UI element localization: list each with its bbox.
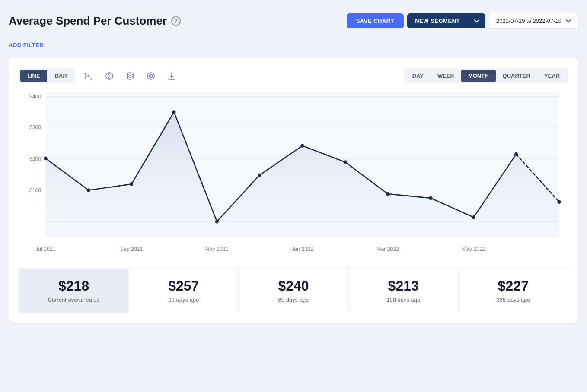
help-icon[interactable]: ? <box>171 16 181 26</box>
svg-point-30 <box>172 110 175 114</box>
stat-current: $218 Current overall value <box>19 269 129 313</box>
stat-30d: $257 30 days ago <box>129 269 239 313</box>
svg-point-32 <box>258 174 261 177</box>
svg-text:May 2022: May 2022 <box>462 246 485 252</box>
stats-row: $218 Current overall value $257 30 days … <box>19 268 568 313</box>
header-left: Average Spend Per Customer ? <box>9 14 181 28</box>
stat-30d-label: 30 days ago <box>137 297 230 303</box>
chart-type-line[interactable]: LINE <box>20 70 47 82</box>
svg-point-39 <box>557 200 561 204</box>
stat-current-value: $218 <box>28 278 120 294</box>
chevron-down-icon[interactable] <box>468 19 485 23</box>
svg-text:$400: $400 <box>29 94 41 100</box>
add-filter-button[interactable]: ADD FILTER <box>9 40 578 50</box>
new-segment-button[interactable]: NEW SEGMENT <box>407 13 485 28</box>
chart-svg: $400 $300 $200 $100 <box>19 92 568 260</box>
svg-point-34 <box>344 160 347 164</box>
chart-area: $400 $300 $200 $100 <box>19 92 568 260</box>
stat-180d-value: $213 <box>357 278 450 294</box>
svg-text:Nov 2021: Nov 2021 <box>206 246 229 252</box>
svg-point-8 <box>127 73 133 75</box>
chart-controls: LINE BAR <box>19 68 568 83</box>
chart-type-bar[interactable]: BAR <box>48 70 74 82</box>
svg-text:$200: $200 <box>29 156 41 162</box>
svg-text:$100: $100 <box>29 187 41 193</box>
svg-text:$300: $300 <box>29 124 41 130</box>
filter-icon-button[interactable] <box>102 70 117 82</box>
stat-60d: $240 60 days ago <box>239 269 348 313</box>
svg-text:Jan 2022: Jan 2022 <box>291 246 313 252</box>
stat-365d-label: 365 days ago <box>467 297 559 303</box>
svg-point-29 <box>130 182 133 186</box>
period-month[interactable]: MONTH <box>461 70 496 82</box>
svg-point-36 <box>429 196 432 200</box>
svg-text:Sep 2021: Sep 2021 <box>120 246 143 252</box>
svg-point-11 <box>150 75 151 76</box>
stat-180d: $213 180 days ago <box>349 269 459 313</box>
stat-180d-label: 180 days ago <box>357 297 450 303</box>
period-year[interactable]: YEAR <box>537 70 567 82</box>
period-group: DAY WEEK MONTH QUARTER YEAR <box>404 68 568 83</box>
svg-point-35 <box>386 192 389 196</box>
save-chart-button[interactable]: SAVE CHART <box>347 13 404 28</box>
svg-text:Jul 2021: Jul 2021 <box>35 246 55 252</box>
page-title: Average Spend Per Customer <box>9 14 167 28</box>
svg-point-27 <box>44 157 47 161</box>
header-right: SAVE CHART NEW SEGMENT 2021-07-19 to 202… <box>347 13 578 29</box>
period-week[interactable]: WEEK <box>431 70 461 82</box>
date-range-text: 2021-07-19 to 2022-07-18 <box>496 18 561 24</box>
chart-controls-left: LINE BAR <box>19 68 179 83</box>
chart-type-group: LINE BAR <box>19 68 75 83</box>
svg-text:Mar 2022: Mar 2022 <box>376 246 399 252</box>
date-range-button[interactable]: 2021-07-19 to 2022-07-18 <box>489 13 578 29</box>
chart-card: LINE BAR <box>9 58 578 323</box>
download-icon-button[interactable] <box>164 70 179 82</box>
svg-point-31 <box>215 220 219 224</box>
svg-point-5 <box>108 77 110 79</box>
stat-365d-value: $227 <box>467 278 559 294</box>
target-icon-button[interactable] <box>144 70 158 82</box>
new-segment-label: NEW SEGMENT <box>407 18 468 24</box>
page-header: Average Spend Per Customer ? SAVE CHART … <box>9 9 578 33</box>
svg-point-2 <box>88 75 89 77</box>
stack-icon-button[interactable] <box>123 70 137 82</box>
stat-current-label: Current overall value <box>28 297 120 303</box>
svg-point-4 <box>108 73 110 75</box>
page-container: Average Spend Per Customer ? SAVE CHART … <box>9 9 578 323</box>
svg-point-33 <box>300 144 304 148</box>
axes-icon-button[interactable] <box>81 70 96 82</box>
svg-point-28 <box>87 188 90 192</box>
period-day[interactable]: DAY <box>405 70 431 82</box>
svg-point-37 <box>472 215 475 219</box>
stat-30d-value: $257 <box>137 278 230 294</box>
stat-365d: $227 365 days ago <box>459 269 568 313</box>
stat-60d-value: $240 <box>247 278 339 294</box>
svg-point-38 <box>514 152 518 156</box>
period-quarter[interactable]: QUARTER <box>496 70 537 82</box>
stat-60d-label: 60 days ago <box>247 297 339 303</box>
